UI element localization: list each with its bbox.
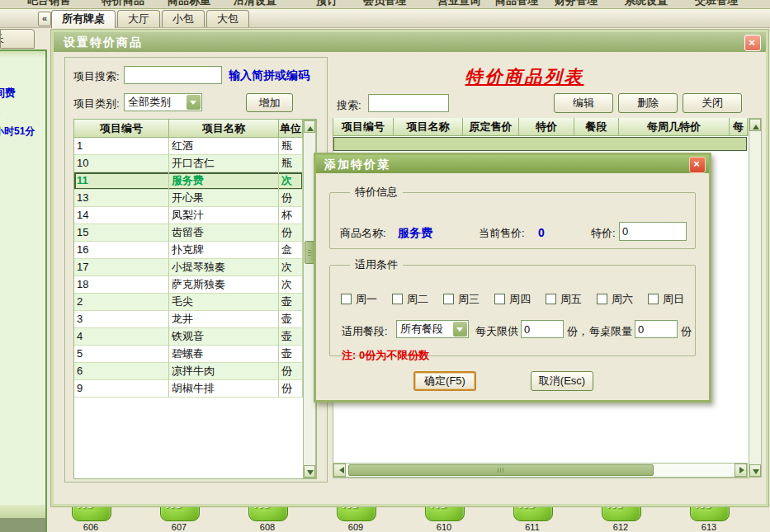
weekday-option-周五[interactable]: 周五 (546, 292, 582, 307)
table-row[interactable]: 11服务费次 (74, 172, 303, 190)
table-cell: 服务费 (169, 172, 279, 190)
column-header-特价[interactable]: 特价 (519, 118, 574, 136)
column-header-项目名称[interactable]: 项目名称 (169, 120, 279, 138)
menu-item-11[interactable]: 交班管理 (695, 0, 738, 8)
checkbox-周三[interactable] (443, 294, 454, 304)
weekday-option-周六[interactable]: 周六 (597, 292, 633, 307)
column-header-项目名称[interactable]: 项目名称 (394, 118, 463, 136)
column-header-项目编号[interactable]: 项目编号 (333, 118, 394, 136)
table-cell: 毛尖 (169, 294, 279, 311)
weekday-option-周一[interactable]: 周一 (341, 292, 377, 307)
table-row[interactable]: 6凉拌牛肉份 (74, 363, 303, 380)
checkbox-周二[interactable] (392, 294, 403, 304)
table-row[interactable]: 10开口杏仁瓶 (74, 155, 303, 172)
top-menu-bar: 吧台销售特价商品商品称重沽清设置预订会员管理营业查询商品管理财务管理系统设置交班… (0, 0, 770, 9)
table-row[interactable]: 16扑克牌盒 (74, 242, 303, 259)
menu-item-3[interactable]: 商品称重 (168, 0, 210, 8)
add-button[interactable]: 增加 (246, 93, 293, 112)
weekday-option-周四[interactable]: 周四 (494, 292, 531, 307)
list-search-input[interactable] (368, 94, 449, 112)
special-price-input[interactable] (619, 222, 687, 241)
close-icon[interactable]: × (744, 35, 761, 51)
table-limit-input[interactable] (635, 320, 678, 338)
scroll-down-button[interactable] (304, 465, 315, 478)
chevron-down-icon[interactable] (187, 95, 201, 110)
meal-period-dropdown[interactable]: 所有餐段 (396, 320, 469, 338)
scroll-down-button[interactable] (749, 464, 761, 477)
checkbox-周六[interactable] (597, 294, 607, 304)
table-cell: 18 (74, 276, 169, 294)
special-list-vscrollbar[interactable] (749, 118, 762, 478)
conditions-group: 适用条件 周一周二周三周四周五周六周日 适用餐段: 所有餐段 每天限供 份， 每… (329, 257, 696, 356)
item-search-input[interactable] (124, 66, 222, 84)
special-list-selected-row[interactable] (333, 137, 747, 151)
menu-item-10[interactable]: 系统设置 (625, 0, 668, 8)
category-dropdown[interactable]: 全部类别 (124, 93, 202, 111)
column-header-每周几特价[interactable]: 每周几特价 (619, 118, 730, 136)
table-cell: 16 (74, 242, 169, 259)
close-button[interactable]: 关闭 (683, 93, 742, 113)
column-header-单位[interactable]: 单位 (279, 120, 303, 138)
checkbox-周日[interactable] (648, 294, 659, 304)
table-row[interactable]: 17小提琴独奏次 (74, 259, 303, 276)
add-special-dish-modal: 添加特价菜 × 特价信息 商品名称: 服务费 当前售价: 0 特价: 适用条件 … (314, 153, 711, 403)
table-row[interactable]: 13开心果份 (74, 190, 303, 207)
ok-button[interactable]: 确定(F5) (413, 371, 476, 391)
table-row[interactable]: 15齿留香份 (74, 224, 303, 242)
table-row[interactable]: 18萨克斯独奏次 (74, 276, 303, 294)
column-header-项目编号[interactable]: 项目编号 (74, 120, 169, 138)
delete-button[interactable]: 删除 (618, 93, 678, 113)
checkbox-周五[interactable] (546, 294, 556, 304)
product-name-value: 服务费 (398, 226, 432, 241)
cancel-button[interactable]: 取消(Esc) (531, 371, 593, 391)
column-header-餐段[interactable]: 餐段 (574, 118, 619, 136)
items-table-header: 项目编号项目名称单位 (74, 120, 303, 138)
weekday-option-周三[interactable]: 周三 (443, 292, 479, 307)
menu-item-5[interactable]: 预订 (316, 0, 338, 8)
collapse-sidebar-button[interactable]: « (38, 12, 51, 26)
table-row[interactable]: 3龙井壶 (74, 311, 303, 328)
tab-所有牌桌[interactable]: 所有牌桌 (51, 10, 116, 28)
scroll-up-button[interactable] (304, 120, 315, 133)
table-cell: 次 (279, 276, 303, 294)
scroll-up-button[interactable] (749, 119, 761, 131)
tab-大包[interactable]: 大包 (206, 10, 249, 27)
menu-item-6[interactable]: 会员管理 (363, 0, 406, 8)
daily-limit-input[interactable] (521, 320, 564, 338)
special-list-hscrollbar[interactable] (333, 463, 748, 478)
chevron-down-icon[interactable] (453, 322, 467, 337)
menu-item-1[interactable]: 吧台销售 (27, 0, 70, 8)
menu-item-2[interactable]: 特价商品 (102, 0, 144, 8)
table-cell: 份 (279, 363, 303, 380)
table-row[interactable]: 1红酒瓶 (74, 138, 303, 155)
table-row[interactable]: 14凤梨汁杯 (74, 207, 303, 224)
weekday-option-周日[interactable]: 周日 (648, 292, 684, 307)
checkbox-周四[interactable] (494, 294, 505, 304)
hscroll-thumb[interactable] (348, 464, 654, 476)
menu-item-9[interactable]: 财务管理 (555, 0, 598, 8)
tab-小包[interactable]: 小包 (162, 10, 205, 27)
table-cell: 凤梨汁 (169, 207, 279, 224)
close-icon[interactable]: × (689, 157, 706, 173)
checkbox-周一[interactable] (341, 294, 352, 304)
menu-item-8[interactable]: 商品管理 (495, 0, 538, 8)
table-row[interactable]: 9胡椒牛排份 (74, 380, 303, 398)
menu-item-4[interactable]: 沽清设置 (234, 0, 276, 8)
sidebar-partial-tab[interactable]: 长 (0, 29, 35, 49)
weekday-option-周二[interactable]: 周二 (392, 292, 428, 307)
sidebar-footer (0, 518, 47, 532)
menu-item-7[interactable]: 营业查询 (437, 0, 480, 8)
tab-大厅[interactable]: 大厅 (117, 10, 160, 27)
column-header-原定售价[interactable]: 原定售价 (463, 118, 519, 136)
edit-button[interactable]: 编辑 (554, 93, 613, 113)
table-row[interactable]: 4铁观音壶 (74, 328, 303, 346)
item-picker-group: 项目搜索: 输入简拼或编码 项目类别: 全部类别 增加 项目编号项目名称单位 1… (64, 57, 328, 483)
column-header-每天[interactable]: 每天 (730, 118, 748, 136)
special-list-header: 项目编号项目名称原定售价特价餐段每周几特价每天 (333, 118, 749, 136)
table-row[interactable]: 2毛尖壶 (74, 294, 303, 311)
scroll-left-button[interactable] (333, 464, 346, 477)
weekday-label: 周二 (407, 293, 428, 305)
table-cell: 10 (74, 155, 169, 172)
scroll-right-button[interactable] (735, 464, 747, 477)
table-row[interactable]: 5碧螺春壶 (74, 346, 303, 363)
